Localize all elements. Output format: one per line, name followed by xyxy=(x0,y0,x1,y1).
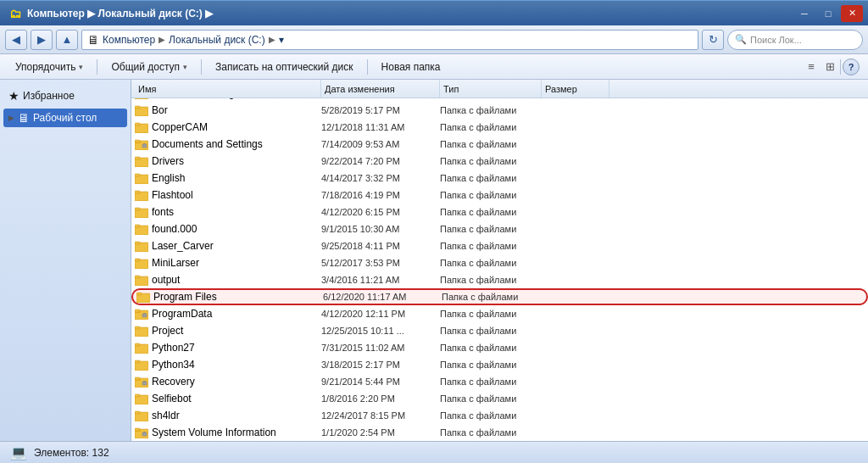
table-row[interactable]: System Volume Information1/1/2020 2:54 P… xyxy=(131,424,868,441)
view-grid-button[interactable]: ⊞ xyxy=(821,59,838,75)
file-type: Папка с файлами xyxy=(440,377,542,387)
file-date: 4/12/2020 6:15 PM xyxy=(321,207,440,217)
sidebar-item-desktop[interactable]: ▶ 🖥 Рабочий стол xyxy=(3,109,127,127)
svg-rect-62 xyxy=(135,428,140,431)
table-row[interactable]: sh4ldr12/24/2017 8:15 PMПапка с файлами xyxy=(131,407,868,424)
file-date: 6/12/2020 11:17 AM xyxy=(323,292,442,302)
table-row[interactable]: ProgramData4/12/2020 12:11 PMПапка с фай… xyxy=(131,305,868,322)
path-sep: ▶ xyxy=(87,8,97,20)
minimize-button[interactable]: ─ xyxy=(793,5,815,22)
maximize-button[interactable]: □ xyxy=(817,5,839,22)
file-name: Bor xyxy=(152,104,321,116)
breadcrumb-computer[interactable]: Компьютер xyxy=(103,34,155,46)
file-date: 9/21/2014 5:44 PM xyxy=(321,377,440,387)
table-row[interactable]: CopperCAM12/1/2018 11:31 AMПапка с файла… xyxy=(131,119,868,136)
file-name: Python27 xyxy=(152,342,321,354)
file-name: sh4ldr xyxy=(152,410,321,421)
share-arrow: ▾ xyxy=(183,63,187,71)
table-row[interactable]: Project12/25/2015 10:11 ...Папка с файла… xyxy=(131,322,868,339)
path-arrow2: ▶ xyxy=(269,35,275,44)
svg-rect-33 xyxy=(135,225,140,227)
table-row[interactable]: Python277/31/2015 11:02 AMПапка с файлам… xyxy=(131,339,868,356)
file-name: Flashtool xyxy=(152,189,321,201)
toolbar: Упорядочить ▾ Общий доступ ▾ Записать на… xyxy=(0,54,868,80)
search-box[interactable]: 🔍 Поиск Лок... xyxy=(727,30,863,50)
table-row[interactable]: Documents and Settings7/14/2009 9:53 AMП… xyxy=(131,136,868,153)
table-row[interactable]: Flashtool7/18/2016 4:19 PMПапка с файлам… xyxy=(131,187,868,204)
file-date: 5/28/2019 5:17 PM xyxy=(321,105,440,115)
file-date: 1/1/2020 2:54 PM xyxy=(321,427,440,438)
new-folder-label: Новая папка xyxy=(381,61,441,73)
table-row[interactable]: found.0009/1/2015 10:30 AMПапка с файлам… xyxy=(131,220,868,237)
svg-rect-39 xyxy=(135,276,140,278)
folder-icon xyxy=(135,120,148,134)
table-row[interactable]: English4/14/2017 3:32 PMПапка с файлами xyxy=(131,170,868,187)
path-dropdown[interactable]: ▾ xyxy=(279,34,284,46)
path-computer: Компьютер xyxy=(27,8,85,20)
back-button[interactable]: ◀ xyxy=(5,30,27,50)
burn-label: Записать на оптический диск xyxy=(215,61,353,73)
table-row[interactable]: Python343/18/2015 2:17 PMПапка с файлами xyxy=(131,356,868,373)
file-type: Папка с файлами xyxy=(440,122,542,132)
folder-icon xyxy=(135,171,148,185)
file-date: 7/18/2016 4:19 PM xyxy=(321,190,440,200)
col-header-size[interactable]: Размер xyxy=(542,80,609,98)
file-name: Selfiebot xyxy=(152,393,321,404)
desktop-label: Рабочий стол xyxy=(33,112,97,124)
forward-button[interactable]: ▶ xyxy=(31,30,53,50)
svg-rect-22 xyxy=(135,140,140,142)
sidebar-desktop-section: ▶ 🖥 Рабочий стол xyxy=(3,109,127,127)
file-name: BluetoothExchangeFolder xyxy=(152,98,321,99)
help-button[interactable]: ? xyxy=(843,59,860,75)
status-bar: 💻 Элементов: 132 xyxy=(0,441,868,463)
table-row[interactable]: Recovery9/21/2014 5:44 PMПапка с файлами xyxy=(131,373,868,390)
table-row[interactable]: output3/4/2016 11:21 AMПапка с файлами xyxy=(131,271,868,288)
share-button[interactable]: Общий доступ ▾ xyxy=(104,58,194,76)
title-bar-controls: ─ □ ✕ xyxy=(793,5,863,22)
view-list-button[interactable]: ≡ xyxy=(803,59,820,75)
new-folder-button[interactable]: Новая папка xyxy=(375,58,448,76)
burn-button[interactable]: Записать на оптический диск xyxy=(209,58,360,76)
organize-label: Упорядочить xyxy=(15,61,75,73)
col-header-date[interactable]: Дата изменения xyxy=(321,80,440,98)
organize-button[interactable]: Упорядочить ▾ xyxy=(8,58,90,76)
address-path[interactable]: 🖥 Компьютер ▶ Локальный диск (C:) ▶ ▾ xyxy=(81,30,698,50)
file-type: Папка с файлами xyxy=(440,326,542,336)
folder-icon xyxy=(135,256,148,270)
folder-icon xyxy=(135,205,148,219)
close-button[interactable]: ✕ xyxy=(841,5,863,22)
svg-rect-14 xyxy=(135,98,148,99)
table-row[interactable]: Selfiebot1/8/2016 2:20 PMПапка с файлами xyxy=(131,390,868,407)
file-name: ProgramData xyxy=(152,308,321,320)
folder-icon xyxy=(135,341,148,354)
file-type: Папка с файлами xyxy=(440,207,542,217)
table-row[interactable]: fonts4/12/2020 6:15 PMПапка с файлами xyxy=(131,204,868,220)
svg-rect-19 xyxy=(135,123,140,126)
title-path: Компьютер ▶ Локальный диск (C:) ▶ xyxy=(27,8,213,20)
breadcrumb-drive[interactable]: Локальный диск (C:) xyxy=(169,34,265,46)
file-date: 12/25/2015 10:11 ... xyxy=(321,326,440,336)
sidebar-favorites-section: ★ Избранное xyxy=(3,86,127,105)
table-row[interactable]: Program Files6/12/2020 11:17 AMПапка с ф… xyxy=(131,288,868,305)
file-date: 12/24/2017 8:15 PM xyxy=(321,410,440,421)
toolbar-separator1 xyxy=(97,59,97,75)
folder-icon xyxy=(135,392,148,405)
sidebar-item-favorites[interactable]: ★ Избранное xyxy=(3,86,127,105)
table-row[interactable]: Drivers9/22/2014 7:20 PMПапка с файлами xyxy=(131,153,868,170)
col-header-type[interactable]: Тип xyxy=(440,80,542,98)
table-row[interactable]: MiniLarser5/12/2017 3:53 PMПапка с файла… xyxy=(131,254,868,271)
col-header-name[interactable]: Имя xyxy=(135,80,321,98)
folder-icon xyxy=(135,324,148,337)
favorites-label: Избранное xyxy=(23,90,75,102)
file-name: Project xyxy=(152,325,321,337)
refresh-button[interactable]: ↻ xyxy=(702,30,724,50)
table-row[interactable]: Laser_Carver9/25/2018 4:11 PMПапка с фай… xyxy=(131,237,868,254)
file-type: Папка с файлами xyxy=(440,105,542,115)
file-date: 7/31/2015 11:02 AM xyxy=(321,343,440,353)
file-type: Папка с файлами xyxy=(440,173,542,183)
file-date: 3/18/2015 2:17 PM xyxy=(321,360,440,370)
file-name: Recovery xyxy=(152,376,321,388)
svg-rect-23 xyxy=(142,144,147,148)
up-button[interactable]: ▲ xyxy=(56,30,78,50)
table-row[interactable]: Bor5/28/2019 5:17 PMПапка с файлами xyxy=(131,102,868,119)
